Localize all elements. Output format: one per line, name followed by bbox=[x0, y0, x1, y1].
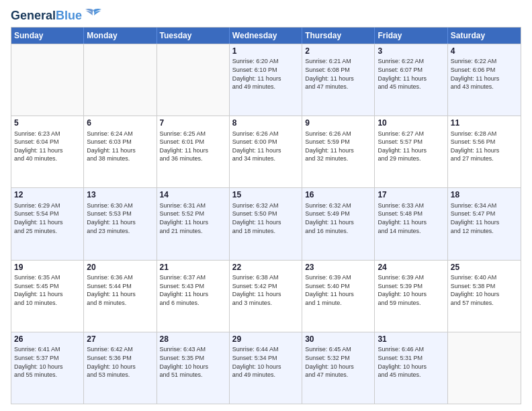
day-number: 21 bbox=[160, 263, 226, 273]
calendar-cell-21: 21Sunrise: 6:37 AM Sunset: 5:43 PM Dayli… bbox=[157, 261, 230, 332]
day-info: Sunrise: 6:25 AM Sunset: 6:01 PM Dayligh… bbox=[160, 130, 226, 163]
calendar-cell-26: 26Sunrise: 6:41 AM Sunset: 5:37 PM Dayli… bbox=[11, 332, 84, 404]
day-info: Sunrise: 6:32 AM Sunset: 5:49 PM Dayligh… bbox=[305, 201, 371, 235]
calendar-cell-empty bbox=[448, 332, 521, 404]
day-number: 26 bbox=[14, 334, 81, 345]
calendar-cell-4: 4Sunrise: 6:22 AM Sunset: 6:06 PM Daylig… bbox=[448, 44, 521, 116]
day-info: Sunrise: 6:31 AM Sunset: 5:52 PM Dayligh… bbox=[160, 201, 226, 235]
day-number: 31 bbox=[378, 334, 444, 345]
logo: GeneralBlue bbox=[11, 9, 103, 23]
day-info: Sunrise: 6:30 AM Sunset: 5:53 PM Dayligh… bbox=[87, 201, 153, 235]
day-number: 9 bbox=[305, 118, 371, 129]
day-info: Sunrise: 6:23 AM Sunset: 6:04 PM Dayligh… bbox=[14, 130, 81, 163]
day-info: Sunrise: 6:26 AM Sunset: 6:00 PM Dayligh… bbox=[232, 130, 299, 163]
calendar-cell-24: 24Sunrise: 6:39 AM Sunset: 5:39 PM Dayli… bbox=[375, 261, 447, 332]
day-number: 11 bbox=[451, 118, 518, 129]
day-number: 25 bbox=[451, 263, 518, 273]
day-number: 20 bbox=[87, 263, 153, 273]
calendar-week-3: 12Sunrise: 6:29 AM Sunset: 5:54 PM Dayli… bbox=[11, 187, 521, 259]
calendar-cell-empty bbox=[157, 44, 230, 116]
calendar-cell-2: 2Sunrise: 6:21 AM Sunset: 6:08 PM Daylig… bbox=[302, 44, 375, 116]
day-info: Sunrise: 6:45 AM Sunset: 5:32 PM Dayligh… bbox=[305, 345, 371, 379]
day-number: 23 bbox=[305, 263, 371, 273]
day-info: Sunrise: 6:43 AM Sunset: 5:35 PM Dayligh… bbox=[160, 345, 226, 379]
calendar-weekday-saturday: Saturday bbox=[448, 28, 521, 44]
day-number: 7 bbox=[160, 118, 226, 129]
calendar-week-2: 5Sunrise: 6:23 AM Sunset: 6:04 PM Daylig… bbox=[11, 116, 521, 187]
day-info: Sunrise: 6:34 AM Sunset: 5:47 PM Dayligh… bbox=[451, 201, 518, 235]
calendar-cell-3: 3Sunrise: 6:22 AM Sunset: 6:07 PM Daylig… bbox=[375, 44, 447, 116]
day-number: 30 bbox=[305, 334, 371, 345]
day-number: 19 bbox=[14, 263, 81, 273]
calendar-cell-empty bbox=[11, 44, 84, 116]
calendar-cell-12: 12Sunrise: 6:29 AM Sunset: 5:54 PM Dayli… bbox=[11, 188, 84, 259]
calendar-cell-25: 25Sunrise: 6:40 AM Sunset: 5:38 PM Dayli… bbox=[448, 261, 521, 332]
day-info: Sunrise: 6:33 AM Sunset: 5:48 PM Dayligh… bbox=[378, 201, 444, 235]
day-number: 6 bbox=[87, 118, 153, 129]
calendar-cell-30: 30Sunrise: 6:45 AM Sunset: 5:32 PM Dayli… bbox=[302, 332, 375, 404]
day-info: Sunrise: 6:39 AM Sunset: 5:40 PM Dayligh… bbox=[305, 273, 371, 307]
logo-bird-icon bbox=[84, 7, 103, 22]
calendar-cell-17: 17Sunrise: 6:33 AM Sunset: 5:48 PM Dayli… bbox=[375, 188, 447, 259]
day-info: Sunrise: 6:41 AM Sunset: 5:37 PM Dayligh… bbox=[14, 345, 81, 379]
day-number: 24 bbox=[378, 263, 444, 273]
day-info: Sunrise: 6:42 AM Sunset: 5:36 PM Dayligh… bbox=[87, 345, 153, 379]
day-number: 3 bbox=[378, 46, 444, 57]
calendar-cell-27: 27Sunrise: 6:42 AM Sunset: 5:36 PM Dayli… bbox=[84, 332, 157, 404]
calendar-cell-19: 19Sunrise: 6:35 AM Sunset: 5:45 PM Dayli… bbox=[11, 261, 84, 332]
calendar-cell-15: 15Sunrise: 6:32 AM Sunset: 5:50 PM Dayli… bbox=[230, 188, 302, 259]
day-number: 1 bbox=[232, 46, 299, 57]
day-info: Sunrise: 6:35 AM Sunset: 5:45 PM Dayligh… bbox=[14, 273, 81, 307]
calendar-cell-28: 28Sunrise: 6:43 AM Sunset: 5:35 PM Dayli… bbox=[157, 332, 230, 404]
day-info: Sunrise: 6:36 AM Sunset: 5:44 PM Dayligh… bbox=[87, 273, 153, 307]
day-info: Sunrise: 6:22 AM Sunset: 6:07 PM Dayligh… bbox=[378, 57, 444, 91]
calendar-weekday-friday: Friday bbox=[375, 28, 447, 44]
calendar-cell-14: 14Sunrise: 6:31 AM Sunset: 5:52 PM Dayli… bbox=[157, 188, 230, 259]
calendar-weekday-sunday: Sunday bbox=[11, 28, 84, 44]
day-info: Sunrise: 6:20 AM Sunset: 6:10 PM Dayligh… bbox=[232, 57, 299, 91]
calendar-body: 1Sunrise: 6:20 AM Sunset: 6:10 PM Daylig… bbox=[11, 44, 521, 404]
calendar-cell-23: 23Sunrise: 6:39 AM Sunset: 5:40 PM Dayli… bbox=[302, 261, 375, 332]
day-number: 5 bbox=[14, 118, 81, 129]
day-info: Sunrise: 6:38 AM Sunset: 5:42 PM Dayligh… bbox=[232, 273, 299, 307]
calendar-cell-1: 1Sunrise: 6:20 AM Sunset: 6:10 PM Daylig… bbox=[230, 44, 302, 116]
day-info: Sunrise: 6:27 AM Sunset: 5:57 PM Dayligh… bbox=[378, 130, 444, 163]
day-number: 13 bbox=[87, 190, 153, 201]
day-info: Sunrise: 6:28 AM Sunset: 5:56 PM Dayligh… bbox=[451, 130, 518, 163]
calendar-weekday-thursday: Thursday bbox=[302, 28, 375, 44]
calendar-cell-empty bbox=[84, 44, 157, 116]
calendar-cell-6: 6Sunrise: 6:24 AM Sunset: 6:03 PM Daylig… bbox=[84, 116, 157, 187]
calendar-week-5: 26Sunrise: 6:41 AM Sunset: 5:37 PM Dayli… bbox=[11, 332, 521, 404]
calendar-cell-29: 29Sunrise: 6:44 AM Sunset: 5:34 PM Dayli… bbox=[230, 332, 302, 404]
calendar-week-4: 19Sunrise: 6:35 AM Sunset: 5:45 PM Dayli… bbox=[11, 260, 521, 332]
day-info: Sunrise: 6:44 AM Sunset: 5:34 PM Dayligh… bbox=[232, 345, 299, 379]
header: GeneralBlue bbox=[11, 7, 521, 23]
day-info: Sunrise: 6:22 AM Sunset: 6:06 PM Dayligh… bbox=[451, 57, 518, 91]
calendar-header: SundayMondayTuesdayWednesdayThursdayFrid… bbox=[11, 28, 521, 44]
day-number: 22 bbox=[232, 263, 299, 273]
calendar-cell-11: 11Sunrise: 6:28 AM Sunset: 5:56 PM Dayli… bbox=[448, 116, 521, 187]
day-info: Sunrise: 6:37 AM Sunset: 5:43 PM Dayligh… bbox=[160, 273, 226, 307]
calendar-cell-22: 22Sunrise: 6:38 AM Sunset: 5:42 PM Dayli… bbox=[230, 261, 302, 332]
day-number: 2 bbox=[305, 46, 371, 57]
day-number: 14 bbox=[160, 190, 226, 201]
calendar-cell-16: 16Sunrise: 6:32 AM Sunset: 5:49 PM Dayli… bbox=[302, 188, 375, 259]
day-info: Sunrise: 6:32 AM Sunset: 5:50 PM Dayligh… bbox=[232, 201, 299, 235]
page: GeneralBlue SundayMondayTuesdayWednesday… bbox=[0, 0, 532, 411]
day-number: 15 bbox=[232, 190, 299, 201]
day-number: 17 bbox=[378, 190, 444, 201]
day-info: Sunrise: 6:29 AM Sunset: 5:54 PM Dayligh… bbox=[14, 201, 81, 235]
calendar-cell-9: 9Sunrise: 6:26 AM Sunset: 5:59 PM Daylig… bbox=[302, 116, 375, 187]
day-number: 28 bbox=[160, 334, 226, 345]
calendar-cell-20: 20Sunrise: 6:36 AM Sunset: 5:44 PM Dayli… bbox=[84, 261, 157, 332]
day-info: Sunrise: 6:21 AM Sunset: 6:08 PM Dayligh… bbox=[305, 57, 371, 91]
calendar-week-1: 1Sunrise: 6:20 AM Sunset: 6:10 PM Daylig… bbox=[11, 44, 521, 116]
calendar-weekday-tuesday: Tuesday bbox=[157, 28, 230, 44]
calendar-cell-8: 8Sunrise: 6:26 AM Sunset: 6:00 PM Daylig… bbox=[230, 116, 302, 187]
calendar-cell-13: 13Sunrise: 6:30 AM Sunset: 5:53 PM Dayli… bbox=[84, 188, 157, 259]
calendar-cell-5: 5Sunrise: 6:23 AM Sunset: 6:04 PM Daylig… bbox=[11, 116, 84, 187]
day-info: Sunrise: 6:24 AM Sunset: 6:03 PM Dayligh… bbox=[87, 130, 153, 163]
calendar-cell-10: 10Sunrise: 6:27 AM Sunset: 5:57 PM Dayli… bbox=[375, 116, 447, 187]
calendar-cell-7: 7Sunrise: 6:25 AM Sunset: 6:01 PM Daylig… bbox=[157, 116, 230, 187]
day-info: Sunrise: 6:40 AM Sunset: 5:38 PM Dayligh… bbox=[451, 273, 518, 307]
